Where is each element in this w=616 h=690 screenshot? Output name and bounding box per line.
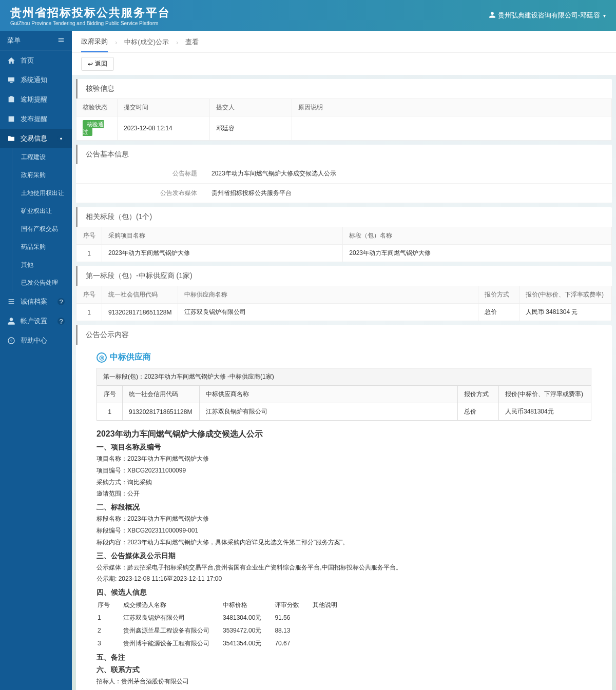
chevron-right-icon: › [115,38,117,51]
supplier-label: 中标供应商 [110,352,151,363]
toolbar: ↩ 返回 [72,52,616,75]
form-label: 公告发布媒体 [76,184,204,203]
subnav-item[interactable]: 药品采购 [0,238,72,256]
th-mode: 报价方式 [458,386,499,403]
th: 其他说明 [313,599,350,611]
cell-mode: 总价 [458,403,499,421]
app-header: 贵州省招标投标公共服务平台 GuiZhou Province Tendering… [0,0,616,31]
section-heading: 三、公告媒体及公示日期 [97,551,591,561]
return-button[interactable]: ↩ 返回 [81,57,114,71]
table-row: 1 2023年动力车间燃气锅炉大修 2023年动力车间燃气锅炉大修 [76,245,612,262]
th-idx: 序号 [97,386,123,403]
th-reason: 原因说明 [292,99,612,116]
svg-text:?: ? [10,339,13,343]
user-icon [7,317,15,325]
app-title-cn: 贵州省招标投标公共服务平台 [10,5,170,21]
text-line: 标段内容：2023年动力车间燃气锅炉大修，具体采购内容详见比选文件第二部分"服务… [97,537,591,548]
th: 成交候选人名称 [123,599,222,611]
panel-title: 核验信息 [76,79,612,98]
text-line: 招标人：贵州茅台酒股份有限公司 [97,676,591,687]
panel-title: 公告基本信息 [76,145,612,164]
menu-toggle-icon[interactable] [57,36,65,45]
table-row: 3贵州博宇能源设备工程有限公司3541354.00元70.67 [98,638,350,649]
subnav-item[interactable]: 矿业权出让 [0,202,72,220]
form-value: 贵州省招标投标公共服务平台 [204,184,612,203]
nav-trade[interactable]: 交易信息• [0,129,72,148]
cell-idx: 1 [76,245,102,262]
text-line: 公示期: 2023-12-08 11:16至2023-12-11 17:00 [97,573,591,585]
subnav-item[interactable]: 土地使用权出让 [0,184,72,202]
cell-time: 2023-12-08 12:14 [118,116,210,141]
nav-publish[interactable]: 发布提醒 [0,109,72,129]
cell-proj: 2023年动力车间燃气锅炉大修 [102,245,343,262]
panel-basic: 公告基本信息 公告标题 2023年动力车间燃气锅炉大修成交候选人公示 公告发布媒… [76,145,612,203]
th-idx: 序号 [76,286,102,304]
chevron-right-icon: › [176,38,178,51]
sidebar-menu-label: 菜单 [7,36,21,45]
text-line: 标段名称：2023年动力车间燃气锅炉大修 [97,513,591,525]
app-title-block: 贵州省招标投标公共服务平台 GuiZhou Province Tendering… [10,5,170,26]
panel-title: 公告公示内容 [76,325,612,345]
crumb-1[interactable]: 政府采购 [81,37,108,52]
form-row: 公告标题 2023年动力车间燃气锅炉大修成交候选人公示 [76,164,612,184]
sidebar: 菜单 首页 系统通知 逾期提醒 发布提醒 交易信息• 工程建设 政府采购 土地使… [0,31,72,690]
user-menu[interactable]: 贵州弘典建设咨询有限公司-邓廷容 ▾ [489,11,606,20]
text-line: 联系地址： [97,687,591,690]
cell-price: 人民币 3481304 元 [519,304,612,321]
text-line: 项目编号：XBCG202311000099 [97,465,591,477]
subnav-item[interactable]: 已发公告处理 [0,274,72,292]
table-row: 1 91320281718651128M 江苏双良锅炉有限公司 总价 人民币 3… [76,304,612,321]
user-label: 贵州弘典建设咨询有限公司-邓廷容 [498,11,600,20]
status-badge: 核验通过 [83,120,104,136]
panel-winners: 第一标段（包）-中标供应商 (1家) 序号 统一社会信用代码 中标供应商名称 报… [76,266,612,321]
cell-name: 江苏双良锅炉有限公司 [200,403,458,421]
folder-icon [7,134,15,143]
subnav-item[interactable]: 政府采购 [0,166,72,184]
text-line: 项目名称：2023年动力车间燃气锅炉大修 [97,453,591,465]
th-name: 中标供应商名称 [178,286,478,304]
subnav-item[interactable]: 其他 [0,256,72,274]
winners-table: 序号 统一社会信用代码 中标供应商名称 报价方式 报价(中标价、下浮率或费率) … [76,286,612,321]
chevron-down-icon: ▾ [603,13,606,18]
th-name: 中标供应商名称 [200,386,458,403]
table-row: 1 91320281718651128M 江苏双良锅炉有限公司 总价 人民币34… [97,403,591,421]
user-icon [489,11,496,20]
text-line: 标段编号：XBCG202311000099-001 [97,525,591,537]
nav-credit[interactable]: 诚信档案? [0,292,72,311]
crumb-2[interactable]: 中标(成交)公示 [124,37,169,52]
announcement-body: 2023年动力车间燃气锅炉大修成交候选人公示 一、项目名称及编号 项目名称：20… [97,429,591,690]
subnav-item[interactable]: 国有产权交易 [0,220,72,238]
th-idx: 序号 [76,227,102,245]
th: 序号 [98,599,122,611]
th-code: 统一社会信用代码 [102,286,178,304]
th: 中标价格 [223,599,274,611]
target-icon: ◎ [97,352,107,363]
th-proj: 采购项目名称 [102,227,343,245]
cell-idx: 1 [76,304,102,321]
announce-title: 2023年动力车间燃气锅炉大修成交候选人公示 [97,429,591,440]
nav-overdue[interactable]: 逾期提醒 [0,90,72,109]
cell-price: 人民币3481304元 [499,403,591,421]
nav-notice[interactable]: 系统通知 [0,70,72,90]
nav-account[interactable]: 帐户设置? [0,311,72,331]
nav-list: 首页 系统通知 逾期提醒 发布提醒 交易信息• 工程建设 政府采购 土地使用权出… [0,51,72,350]
candidates-table: 序号 成交候选人名称 中标价格 评审分数 其他说明 1江苏双良锅炉有限公司348… [97,598,351,650]
text-line: 采购方式：询比采购 [97,477,591,488]
return-icon: ↩ [88,61,93,68]
th-status: 核验状态 [76,99,118,116]
bell-icon [7,115,15,123]
return-label: 返回 [95,60,107,68]
cell-name: 江苏双良锅炉有限公司 [178,304,478,321]
inner-caption: 第一标段(包)：2023年动力车间燃气锅炉大修 -中标供应商(1家) [97,368,591,386]
th-code: 统一社会信用代码 [123,386,200,403]
nav-home[interactable]: 首页 [0,51,72,70]
cell-code: 91320281718651128M [102,304,178,321]
section-heading: 四、候选人信息 [97,588,591,597]
inner-winners-table: 第一标段(包)：2023年动力车间燃气锅炉大修 -中标供应商(1家) 序号 统一… [97,368,591,421]
nav-help[interactable]: ?帮助中心 [0,331,72,350]
subnav-trade: 工程建设 政府采购 土地使用权出让 矿业权出让 国有产权交易 药品采购 其他 已… [0,148,72,292]
badge-icon: ? [57,318,65,325]
crumb-3[interactable]: 查看 [185,37,199,52]
subnav-item[interactable]: 工程建设 [0,148,72,166]
verify-table: 核验状态 提交时间 提交人 原因说明 核验通过 2023-12-08 12:14… [76,98,612,141]
